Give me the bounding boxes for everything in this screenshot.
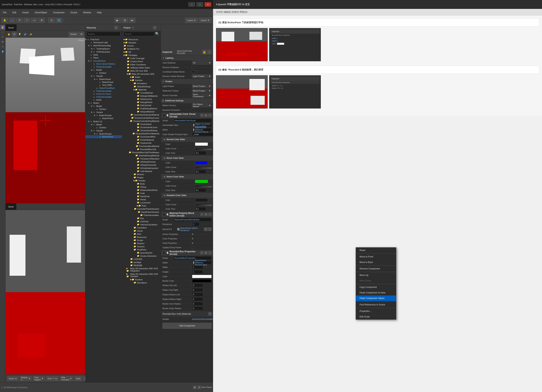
ctx-remove[interactable]: Remove Component	[356, 266, 396, 272]
scene-3d-btn[interactable]: 3D	[79, 32, 84, 37]
inspector-lock-btn[interactable]: 🔒	[202, 50, 206, 54]
project-item[interactable]: 📁Unlit Material	[122, 170, 161, 173]
project-item[interactable]: 📁HandPokeInteractor	[122, 210, 161, 213]
hierarchy-item[interactable]: ◈PokeInteractable	[85, 65, 122, 68]
scene-shaded-btn[interactable]: Shaded	[69, 32, 78, 37]
project-item[interactable]: 📁Code Coverage	[122, 57, 161, 60]
ctx-paste-new[interactable]: Paste Component As New	[356, 290, 396, 295]
project-item[interactable]: 📁ControllerPokeInteractor	[122, 207, 161, 210]
hover-time-input[interactable]	[195, 170, 206, 174]
radius-tr-input[interactable]	[192, 288, 203, 292]
hierarchy-item[interactable]: ▶◈OVRInteraction	[85, 50, 122, 53]
hierarchy-item[interactable]: ◈PokeInteractable	[85, 89, 122, 93]
project-item[interactable]: 📁ThirdParty	[122, 248, 161, 251]
hierarchy-item[interactable]: ◈ButtonPanel	[85, 81, 122, 84]
hierarchy-item[interactable]: ◈ButtonPanelBack	[85, 87, 122, 89]
project-item[interactable]: ▶📁Meta XR Interaction SDK OVR Samples	[122, 272, 161, 278]
toolbar-scale-btn[interactable]: ⤢	[24, 18, 30, 23]
scale-slider[interactable]: ━━	[52, 377, 54, 379]
mpb-checkbox[interactable]	[163, 213, 165, 216]
project-item[interactable]: 📁Animations	[122, 281, 161, 284]
project-menu-btn[interactable]: ⋮	[157, 26, 159, 30]
receive-illumination-dropdown[interactable]: Light Probes ▼	[192, 74, 211, 78]
project-item[interactable]: 📁Meshes	[122, 173, 161, 176]
normal-color-picker[interactable]: ⋮	[208, 142, 211, 146]
rbp-editor-ref[interactable]: ButtonPanel (Material Property Bloc	[192, 261, 211, 264]
hierarchy-item[interactable]: ◈Text (TMP)	[85, 84, 122, 87]
project-item[interactable]: 📁DotGridUnlit	[122, 104, 161, 107]
select-color-picker[interactable]: ⋮	[208, 180, 211, 183]
select-color-header[interactable]: ▶ Select Color State	[161, 174, 213, 179]
project-item[interactable]: 📁Controllers	[122, 226, 161, 229]
project-item[interactable]: 📁Ray	[122, 217, 161, 220]
ctx-move-back[interactable]: Move to Back	[356, 260, 396, 265]
hover-color-picker[interactable]: ⋮	[208, 161, 211, 164]
project-item[interactable]: 📁UIUnderlayImposter	[122, 166, 161, 170]
rbu-header[interactable]: Rounded Box Unlit (Material) ?	[161, 311, 213, 317]
rbp-color-swatch[interactable]	[192, 275, 211, 278]
project-item[interactable]: 📁PolylineUnlit	[122, 141, 161, 145]
menu-window[interactable]: Window	[82, 11, 93, 15]
ctx-copy[interactable]: Copy Component	[356, 284, 396, 290]
color-shader-input[interactable]	[192, 132, 213, 136]
console-filter[interactable]: Error Pause	[202, 386, 211, 388]
game-dropdown[interactable]: Game ▼	[7, 376, 19, 381]
project-item[interactable]: 📁DistanceHandGrab	[122, 188, 161, 191]
hierarchy-item[interactable]: ◈Hover above Buttons	[85, 62, 122, 65]
scene-audio-btn[interactable]: 🔊	[23, 32, 28, 37]
ctx-move-up[interactable]: Move Up	[356, 272, 396, 278]
radius-tl-input[interactable]	[192, 283, 203, 287]
icv-editor-ref[interactable]: ButtonPanel (Material Property Block	[192, 128, 211, 132]
icv-settings-btn[interactable]: ⚙	[204, 114, 207, 117]
menu-component[interactable]: Component	[51, 11, 66, 15]
normal-time-input[interactable]	[195, 151, 206, 155]
rounded-box-header[interactable]: 📜 Rounded Box Properties (Script) ? ⚙ ⋮	[161, 250, 213, 256]
tool-move[interactable]: ↔	[0, 30, 5, 34]
hierarchy-item[interactable]: ▶◈HoverButtons	[85, 59, 122, 62]
renderers-count-input[interactable]	[192, 222, 199, 226]
project-item[interactable]: 📁PokeInteractable	[122, 213, 161, 217]
mpb-script-value[interactable]: MaterialPropertyBlockEditor	[173, 218, 211, 222]
project-item[interactable]: 📁Custom NUnit	[122, 60, 161, 63]
rbp-settings-btn[interactable]: ⚙	[204, 251, 207, 255]
tool-brush[interactable]: ✏	[0, 35, 5, 39]
project-item[interactable]: 📁TransparentStandard	[122, 157, 161, 160]
project-item[interactable]: 📁Animations	[122, 82, 161, 85]
project-item[interactable]: ▶📁Poke	[122, 204, 161, 207]
scene-light-btn[interactable]: 💡	[17, 32, 22, 37]
project-item[interactable]: 📁OculusHandDebug	[122, 129, 161, 132]
project-item[interactable]: 📁DebugReticle	[122, 101, 161, 104]
hierarchy-item[interactable]: ◈Plane	[85, 56, 122, 59]
project-item[interactable]: 📁ProceduralArcMaterial	[122, 145, 161, 148]
border-color-swatch[interactable]	[192, 279, 211, 283]
close-btn[interactable]: ✕	[205, 2, 211, 7]
minimize-btn[interactable]: ─	[188, 2, 195, 7]
lighting-header[interactable]: ▼ Lighting	[161, 55, 213, 60]
width-input[interactable]	[192, 265, 203, 269]
project-item[interactable]: 📁OculusControllerRayMaterial	[122, 120, 161, 123]
project-item[interactable]: ▶📁Samples	[122, 41, 161, 44]
project-item[interactable]: 📁OculusControllerRayCursor	[122, 116, 161, 120]
hierarchy-item[interactable]: ▶◈ButtonVisuals	[85, 132, 122, 135]
project-item[interactable]: 📁HandGrab	[122, 195, 161, 198]
disabled-color-header[interactable]: ▶ Disabled Color State	[161, 193, 213, 198]
inspector-menu-btn[interactable]: ⋮	[207, 50, 211, 54]
radius-bl-input[interactable]	[192, 293, 203, 296]
radius-br-input[interactable]	[192, 297, 203, 301]
project-item[interactable]: 📁AssemblyInfo	[122, 251, 161, 254]
light-probes-dropdown[interactable]: Blend Probes ▼	[192, 84, 211, 88]
toolbar-hand-btn[interactable]: ✋	[1, 18, 8, 23]
project-item[interactable]: 📁PointerMaterial	[122, 138, 161, 141]
disabled-color-picker[interactable]: ⋮	[208, 198, 211, 202]
update-frame-checkbox[interactable]	[192, 246, 195, 249]
hierarchy-item[interactable]: ◈Directional Light	[85, 41, 122, 44]
hierarchy-item[interactable]: ◈Surface	[85, 126, 122, 129]
project-item[interactable]: 📁README	[122, 264, 161, 267]
height-input[interactable]	[192, 270, 203, 274]
project-item[interactable]: ▶📁Meta XR Interaction SDK OVR Integratio…	[122, 267, 161, 272]
probes-header[interactable]: ▼ Probes	[161, 79, 213, 84]
menu-gameobject[interactable]: GameObject	[33, 11, 49, 15]
project-item[interactable]: 📁TextMesh Pro	[122, 47, 161, 50]
remove-renderer-btn[interactable]: -	[208, 227, 211, 231]
rbu-info-btn[interactable]: ?	[208, 312, 211, 316]
